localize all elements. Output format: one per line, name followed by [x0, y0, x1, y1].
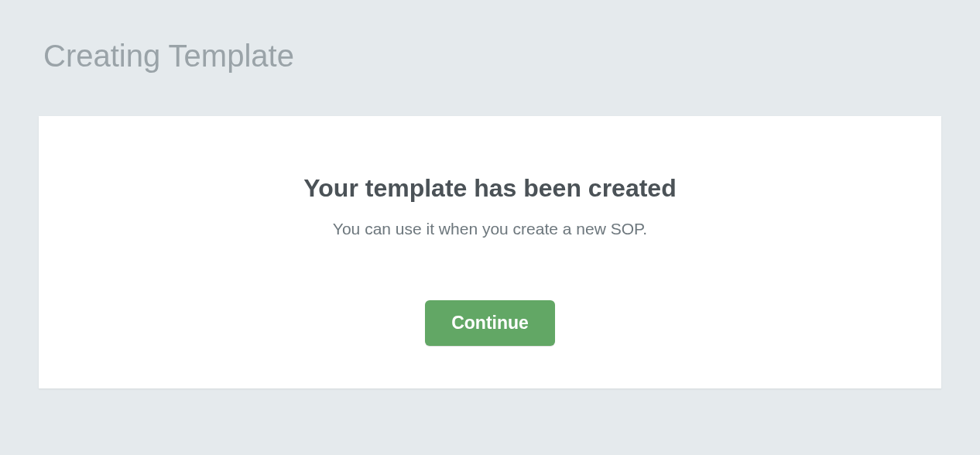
- page-title: Creating Template: [43, 39, 941, 74]
- page-container: Creating Template Your template has been…: [0, 0, 980, 412]
- confirmation-card: Your template has been created You can u…: [39, 116, 941, 388]
- card-subtext: You can use it when you create a new SOP…: [70, 220, 910, 238]
- card-heading: Your template has been created: [70, 174, 910, 203]
- continue-button[interactable]: Continue: [425, 300, 555, 346]
